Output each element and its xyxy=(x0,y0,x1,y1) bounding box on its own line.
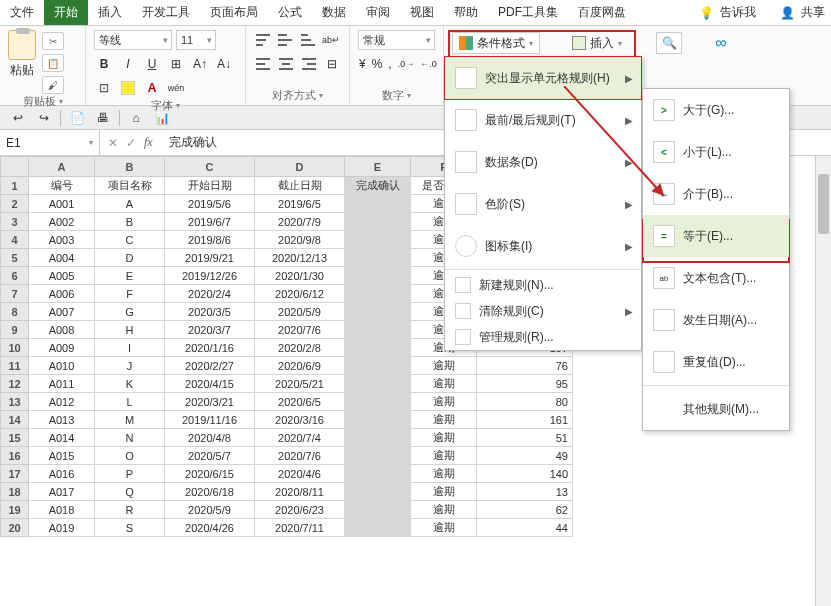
menu-item-大于(G)...[interactable]: 大于(G)... xyxy=(643,89,789,131)
cell[interactable]: 逾期 xyxy=(411,411,477,429)
menu-百度网盘[interactable]: 百度网盘 xyxy=(568,0,636,25)
col-header-E[interactable]: E xyxy=(345,157,411,177)
cell[interactable]: 2020/7/4 xyxy=(255,429,345,447)
menu-帮助[interactable]: 帮助 xyxy=(444,0,488,25)
cell[interactable] xyxy=(345,411,411,429)
cell[interactable]: N xyxy=(95,429,165,447)
increase-decimal-button[interactable]: .0→ xyxy=(397,54,416,74)
cell[interactable]: 2019/8/6 xyxy=(165,231,255,249)
cell[interactable] xyxy=(345,213,411,231)
row-header-14[interactable]: 14 xyxy=(1,411,29,429)
cell[interactable]: K xyxy=(95,375,165,393)
fill-color-button[interactable] xyxy=(118,78,138,98)
cell[interactable] xyxy=(345,339,411,357)
vertical-scrollbar[interactable] xyxy=(815,156,831,606)
cell[interactable]: 2019/6/5 xyxy=(255,195,345,213)
name-box[interactable]: E1▾ xyxy=(0,130,100,155)
cancel-icon[interactable]: ✕ xyxy=(108,136,118,150)
cell[interactable]: A003 xyxy=(29,231,95,249)
menu-item-发生日期(A)...[interactable]: 发生日期(A)... xyxy=(643,299,789,341)
cell[interactable]: A010 xyxy=(29,357,95,375)
header-cell[interactable]: 编号 xyxy=(29,177,95,195)
cell[interactable]: 2020/2/8 xyxy=(255,339,345,357)
cell[interactable]: 80 xyxy=(477,393,573,411)
cell[interactable]: 逾期 xyxy=(411,375,477,393)
menu-审阅[interactable]: 审阅 xyxy=(356,0,400,25)
baidu-cloud-button[interactable]: ∞ xyxy=(708,32,734,54)
cell[interactable]: C xyxy=(95,231,165,249)
border-button[interactable]: ⊞ xyxy=(166,54,186,74)
col-header-D[interactable]: D xyxy=(255,157,345,177)
cell[interactable]: 2020/2/27 xyxy=(165,357,255,375)
cell[interactable]: 62 xyxy=(477,501,573,519)
row-header-12[interactable]: 12 xyxy=(1,375,29,393)
wrap-text-button[interactable]: ab↵ xyxy=(321,30,341,50)
row-header-7[interactable]: 7 xyxy=(1,285,29,303)
bold-button[interactable]: B xyxy=(94,54,114,74)
cell[interactable]: 2019/11/16 xyxy=(165,411,255,429)
cell[interactable]: A018 xyxy=(29,501,95,519)
cell[interactable]: H xyxy=(95,321,165,339)
cell[interactable]: 2020/8/11 xyxy=(255,483,345,501)
cell[interactable]: 2019/9/21 xyxy=(165,249,255,267)
menu-item-最前/最后规则(T)[interactable]: 最前/最后规则(T)▶ xyxy=(445,99,641,141)
row-header-1[interactable]: 1 xyxy=(1,177,29,195)
menu-item-管理规则(R)...[interactable]: 管理规则(R)... xyxy=(445,324,641,350)
cell[interactable]: 2020/6/9 xyxy=(255,357,345,375)
col-header-A[interactable]: A xyxy=(29,157,95,177)
cell[interactable]: F xyxy=(95,285,165,303)
paste-button[interactable]: 粘贴 xyxy=(8,30,36,79)
menu-文件[interactable]: 文件 xyxy=(0,0,44,25)
row-header-19[interactable]: 19 xyxy=(1,501,29,519)
cell[interactable]: 2020/7/11 xyxy=(255,519,345,537)
row-header-13[interactable]: 13 xyxy=(1,393,29,411)
row-header-3[interactable]: 3 xyxy=(1,213,29,231)
cell[interactable]: 2020/6/23 xyxy=(255,501,345,519)
percent-button[interactable]: % xyxy=(371,54,384,74)
italic-button[interactable]: I xyxy=(118,54,138,74)
row-header-16[interactable]: 16 xyxy=(1,447,29,465)
cell[interactable]: A xyxy=(95,195,165,213)
cell[interactable]: 2020/9/8 xyxy=(255,231,345,249)
cell[interactable]: 49 xyxy=(477,447,573,465)
align-middle-button[interactable] xyxy=(276,30,294,50)
cell[interactable]: 2020/12/13 xyxy=(255,249,345,267)
menu-视图[interactable]: 视图 xyxy=(400,0,444,25)
cell[interactable]: 2020/5/9 xyxy=(165,501,255,519)
row-header-8[interactable]: 8 xyxy=(1,303,29,321)
cell[interactable]: 2020/3/21 xyxy=(165,393,255,411)
cell[interactable] xyxy=(345,519,411,537)
header-cell[interactable]: 项目名称 xyxy=(95,177,165,195)
insert-button[interactable]: 插入 ▾ xyxy=(566,32,628,54)
cell[interactable]: 逾期 xyxy=(411,519,477,537)
cell[interactable]: 2020/6/18 xyxy=(165,483,255,501)
cell[interactable]: A009 xyxy=(29,339,95,357)
menu-item-突出显示单元格规则(H)[interactable]: 突出显示单元格规则(H)▶ xyxy=(445,57,641,99)
cell[interactable]: 2020/7/6 xyxy=(255,321,345,339)
decrease-decimal-button[interactable]: ←.0 xyxy=(419,54,438,74)
align-left-button[interactable] xyxy=(254,54,273,74)
cell[interactable]: 逾期 xyxy=(411,393,477,411)
menu-item-等于(E)...[interactable]: 等于(E)... xyxy=(643,215,789,257)
menu-开发工具[interactable]: 开发工具 xyxy=(132,0,200,25)
menu-PDF工具集[interactable]: PDF工具集 xyxy=(488,0,568,25)
row-header-20[interactable]: 20 xyxy=(1,519,29,537)
menu-item-重复值(D)...[interactable]: 重复值(D)... xyxy=(643,341,789,383)
row-header-6[interactable]: 6 xyxy=(1,267,29,285)
cell[interactable]: A002 xyxy=(29,213,95,231)
menu-数据[interactable]: 数据 xyxy=(312,0,356,25)
cell[interactable]: 逾期 xyxy=(411,465,477,483)
font-name-select[interactable]: 等线 xyxy=(94,30,172,50)
cut-button[interactable]: ✂ xyxy=(42,32,64,50)
cell[interactable] xyxy=(345,429,411,447)
header-cell[interactable]: 截止日期 xyxy=(255,177,345,195)
cell[interactable]: S xyxy=(95,519,165,537)
search-button[interactable]: 🔍 xyxy=(656,32,682,54)
cell[interactable]: 2020/3/16 xyxy=(255,411,345,429)
cell[interactable]: 44 xyxy=(477,519,573,537)
cell[interactable] xyxy=(345,357,411,375)
menu-item-文本包含(T)...[interactable]: 文本包含(T)... xyxy=(643,257,789,299)
cell[interactable]: 51 xyxy=(477,429,573,447)
cell[interactable]: R xyxy=(95,501,165,519)
cell[interactable]: 95 xyxy=(477,375,573,393)
